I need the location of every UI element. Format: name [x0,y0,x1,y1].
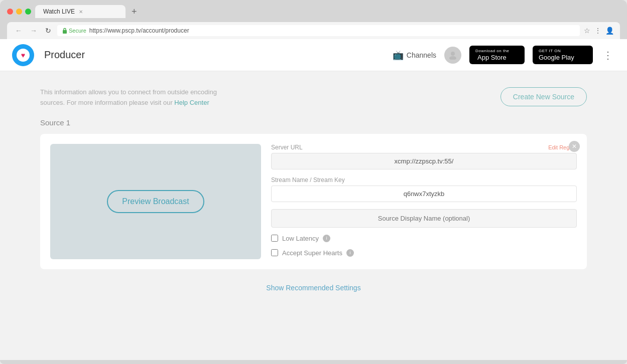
preview-broadcast-button[interactable]: Preview Broadcast [107,190,204,213]
help-center-link[interactable]: Help Center [174,99,209,106]
channels-link[interactable]: 📺 Channels [393,50,436,61]
stream-key-header: Stream Name / Stream Key [271,176,577,184]
create-source-button[interactable]: Create New Source [500,87,587,106]
google-play-sub-label: GET IT ON [539,49,561,53]
preview-area: Preview Broadcast [50,144,261,259]
accept-hearts-row: Accept Super Hearts i [271,249,577,257]
info-text: This information allows you to connect f… [40,87,231,108]
forward-button[interactable]: → [28,26,39,36]
user-profile-icon[interactable]: 👤 [605,27,614,35]
tv-icon: 📺 [393,50,404,61]
source-label: Source 1 [40,118,587,127]
settings-panel: Server URL Edit Region xcmp://zzpscp.tv:… [271,144,577,259]
maximize-traffic-light[interactable] [25,9,31,15]
server-url-group: Server URL Edit Region xcmp://zzpscp.tv:… [271,144,577,169]
more-options-icon[interactable]: ⋮ [594,27,601,35]
svg-rect-0 [63,30,67,34]
tab-close-icon[interactable]: ✕ [79,9,83,15]
source-card: ✕ Preview Broadcast Server URL Edit Regi… [40,134,587,269]
svg-point-2 [449,56,456,60]
show-settings-link[interactable]: Show Recommended Settings [266,284,360,292]
brand-logo-inner: ♥ [17,49,30,62]
app-store-button[interactable]: Download on the App Store [469,46,525,64]
back-button[interactable]: ← [13,26,24,36]
low-latency-label: Low Latency [282,235,319,242]
navbar: ♥ Producer 📺 Channels Download on the Ap… [0,39,627,71]
traffic-lights [7,9,31,15]
browser-titlebar: Watch LIVE ✕ + ← → ↻ Secure https://www.… [0,0,627,39]
app-store-text: App Store [477,54,507,61]
show-settings-section: Show Recommended Settings [40,283,587,292]
brand-name: Producer [44,49,85,61]
app-store-main-label: App Store [475,54,507,61]
source-name-group [271,209,577,228]
server-url-value: xcmp://zzpscp.tv:55/ [271,153,577,169]
close-traffic-light[interactable] [7,9,13,15]
browser-window: Watch LIVE ✕ + ← → ↻ Secure https://www.… [0,0,627,364]
nav-icons: ☆ ⋮ 👤 [584,27,614,35]
google-play-button[interactable]: GET IT ON Google Play [533,46,593,64]
bookmark-icon[interactable]: ☆ [584,27,590,35]
low-latency-row: Low Latency i [271,235,577,242]
google-play-text: Google Play [539,54,574,61]
main-content: This information allows you to connect f… [0,71,627,360]
minimize-traffic-light[interactable] [16,9,22,15]
secure-badge: Secure [62,28,86,34]
low-latency-checkbox[interactable] [271,235,278,242]
info-section: This information allows you to connect f… [40,87,231,108]
browser-tab[interactable]: Watch LIVE ✕ [35,5,126,18]
new-tab-button[interactable]: + [132,7,137,16]
url-text: https://www.pscp.tv/account/producer [89,27,189,34]
google-play-main-label: Google Play [539,54,574,61]
tab-title: Watch LIVE [43,8,75,15]
svg-point-1 [451,52,455,56]
stream-key-value: q6nwx7xtyzkb [271,186,577,202]
title-row: Watch LIVE ✕ + [7,5,620,18]
accept-hearts-label: Accept Super Hearts [282,249,342,257]
stream-key-group: Stream Name / Stream Key q6nwx7xtyzkb [271,176,577,202]
brand-logo: ♥ [12,44,34,66]
navbar-more-button[interactable]: ⋮ [601,47,615,63]
stream-key-label: Stream Name / Stream Key [271,176,345,184]
app-store-sub-label: Download on the [475,49,510,53]
secure-label: Secure [69,28,86,34]
header-row: This information allows you to connect f… [40,87,587,108]
brand-heart-icon: ♥ [21,51,25,59]
source-name-input[interactable] [271,209,577,228]
address-bar[interactable]: Secure https://www.pscp.tv/account/produ… [57,25,580,36]
page: ♥ Producer 📺 Channels Download on the Ap… [0,39,627,360]
server-url-header: Server URL Edit Region [271,144,577,151]
server-url-label: Server URL [271,144,303,151]
source-card-inner: Preview Broadcast Server URL Edit Region… [50,144,577,259]
low-latency-info-icon[interactable]: i [323,235,330,242]
channels-label: Channels [407,51,436,59]
accept-hearts-info-icon[interactable]: i [346,249,354,257]
user-avatar[interactable] [444,47,461,64]
source-close-button[interactable]: ✕ [569,141,580,152]
refresh-button[interactable]: ↻ [43,26,53,36]
browser-chrome-bottom [0,360,627,364]
accept-hearts-checkbox[interactable] [271,249,278,256]
address-bar-row: ← → ↻ Secure https://www.pscp.tv/account… [7,22,620,39]
